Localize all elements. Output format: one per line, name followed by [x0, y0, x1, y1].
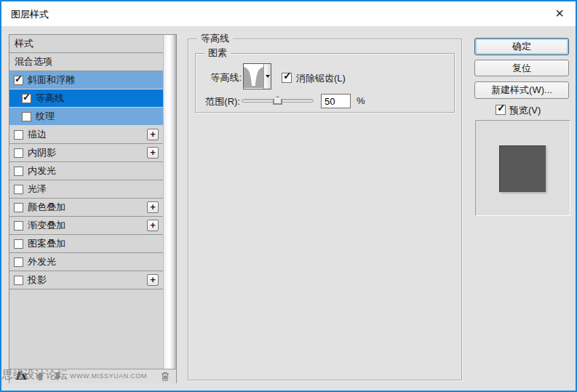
check-icon: ✓	[497, 103, 506, 113]
close-icon[interactable]: ×	[546, 1, 573, 25]
contour-group-title: 等高线	[197, 33, 233, 44]
sidebar-item-styles[interactable]: 样式	[9, 35, 163, 53]
sidebar-item-gradient-overlay[interactable]: 渐变叠加+	[9, 217, 163, 235]
effect-checkbox[interactable]: ✓	[22, 94, 31, 103]
antialias-checkbox[interactable]: ✓	[282, 73, 292, 83]
check-icon: ✓	[15, 74, 23, 84]
sidebar-item-label: 描边	[28, 128, 47, 141]
sidebar-item-pattern-overlay[interactable]: 图案叠加	[9, 235, 163, 253]
contour-picker[interactable]	[243, 63, 271, 89]
effect-checkbox[interactable]	[14, 130, 23, 140]
move-effect-up-icon[interactable]	[36, 372, 44, 383]
sidebar-item-label: 混合选项	[15, 55, 52, 68]
ok-button[interactable]: 确定	[474, 38, 569, 55]
layer-style-dialog: 图层样式 × 样式混合选项✓斜面和浮雕✓等高线纹理描边+内阴影+内发光光泽颜色叠…	[0, 0, 577, 392]
preview-checkbox[interactable]: ✓	[496, 105, 506, 115]
sidebar-item-bevel-emboss[interactable]: ✓斜面和浮雕	[9, 71, 163, 89]
effect-checkbox[interactable]	[14, 203, 23, 212]
style-preview-swatch	[499, 145, 546, 192]
effect-checkbox[interactable]	[14, 221, 23, 231]
check-icon: ✓	[23, 92, 31, 102]
reset-button[interactable]: 复位	[474, 60, 569, 76]
check-icon: ✓	[283, 71, 292, 81]
sidebar-item-label: 样式	[15, 37, 33, 50]
titlebar[interactable]: 图层样式 ×	[1, 1, 576, 26]
chevron-down-icon	[266, 75, 270, 78]
sidebar-footer: fx	[9, 369, 176, 383]
sidebar-item-stroke[interactable]: 描边+	[9, 126, 163, 144]
sidebar-item-label: 纹理	[36, 110, 55, 123]
sidebar-item-label: 投影	[28, 273, 47, 287]
sidebar-item-inner-shadow[interactable]: 内阴影+	[9, 144, 163, 162]
delete-effect-trash-icon[interactable]	[160, 371, 170, 384]
sidebar-item-label: 外发光	[28, 255, 56, 268]
sidebar-item-label: 渐变叠加	[28, 219, 65, 232]
preview-label[interactable]: 预览(V)	[509, 104, 541, 117]
add-effect-plus-icon[interactable]: +	[147, 201, 159, 213]
style-list-panel: 样式混合选项✓斜面和浮雕✓等高线纹理描边+内阴影+内发光光泽颜色叠加+渐变叠加+…	[9, 34, 177, 383]
contour-thumbnail[interactable]	[244, 64, 263, 89]
sidebar-item-label: 图案叠加	[28, 237, 65, 250]
range-field-label: 范围(R):	[188, 95, 240, 108]
contour-field-label: 等高线:	[191, 71, 242, 84]
sidebar-item-label: 斜面和浮雕	[28, 73, 75, 87]
effect-checkbox[interactable]: ✓	[14, 76, 23, 85]
sidebar-item-label: 内阴影	[28, 146, 56, 159]
sidebar-scrollbar[interactable]	[163, 35, 176, 369]
range-value-input[interactable]	[321, 94, 351, 108]
dialog-title: 图层样式	[11, 8, 49, 21]
effect-checkbox[interactable]	[14, 239, 23, 249]
sidebar-item-label: 光泽	[28, 183, 47, 196]
sidebar-item-texture[interactable]: 纹理	[9, 108, 163, 126]
fx-icon[interactable]: fx	[15, 369, 26, 383]
sidebar-item-contour[interactable]: ✓等高线	[9, 89, 163, 108]
sidebar-item-satin[interactable]: 光泽	[9, 180, 163, 199]
sidebar-item-label: 等高线	[36, 92, 64, 105]
add-effect-plus-icon[interactable]: +	[147, 220, 159, 231]
sidebar-item-inner-glow[interactable]: 内发光	[9, 162, 163, 180]
effect-checkbox[interactable]	[14, 148, 23, 158]
sidebar-item-blending-options[interactable]: 混合选项	[9, 53, 163, 71]
style-list: 样式混合选项✓斜面和浮雕✓等高线纹理描边+内阴影+内发光光泽颜色叠加+渐变叠加+…	[9, 35, 163, 369]
effect-checkbox[interactable]	[14, 185, 23, 194]
sidebar-item-outer-glow[interactable]: 外发光	[9, 253, 163, 271]
move-effect-down-icon[interactable]	[53, 372, 62, 383]
range-unit-label: %	[357, 95, 365, 106]
add-effect-plus-icon[interactable]: +	[147, 274, 159, 286]
add-effect-plus-icon[interactable]: +	[147, 147, 159, 159]
effect-checkbox[interactable]	[14, 167, 23, 176]
contour-dropdown-button[interactable]	[263, 64, 271, 89]
sidebar-item-drop-shadow[interactable]: 投影+	[9, 271, 163, 289]
effect-checkbox[interactable]	[22, 112, 31, 121]
sidebar-item-color-overlay[interactable]: 颜色叠加+	[9, 199, 163, 217]
effect-checkbox[interactable]	[14, 257, 23, 267]
add-effect-plus-icon[interactable]: +	[147, 129, 159, 140]
elements-subgroup-title: 图素	[204, 47, 231, 59]
sidebar-item-label: 颜色叠加	[28, 201, 65, 214]
style-preview-panel	[475, 120, 570, 216]
new-style-button[interactable]: 新建样式(W)...	[474, 81, 569, 99]
effect-checkbox[interactable]	[14, 276, 23, 285]
sidebar-item-label: 内发光	[28, 164, 56, 177]
antialias-label[interactable]: 消除锯齿(L)	[296, 72, 346, 85]
